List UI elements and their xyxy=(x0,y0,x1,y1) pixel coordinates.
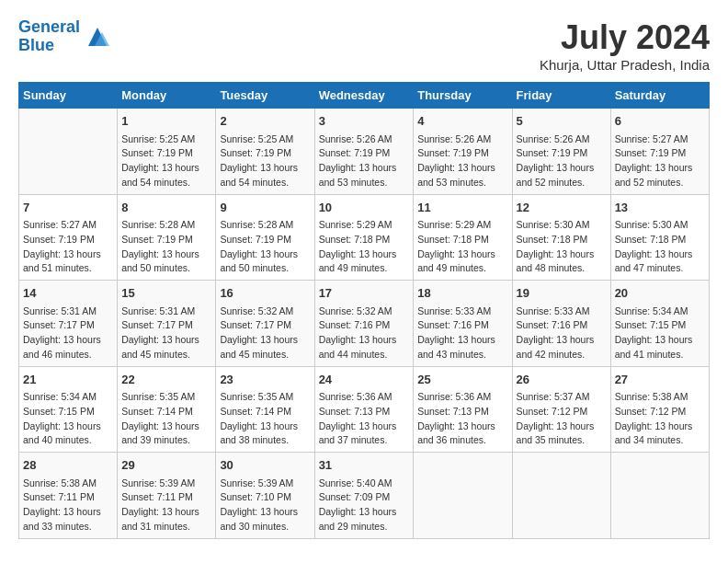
cell-info: Sunset: 7:10 PM xyxy=(220,490,310,505)
calendar-cell: 13Sunrise: 5:30 AMSunset: 7:18 PMDayligh… xyxy=(610,194,709,281)
cell-info: Sunset: 7:14 PM xyxy=(121,405,211,419)
column-header-sunday: Sunday xyxy=(19,83,118,109)
month-year: July 2024 xyxy=(540,18,710,57)
cell-info: and 53 minutes. xyxy=(417,176,507,190)
cell-info: Sunrise: 5:30 AM xyxy=(517,218,607,233)
day-number: 18 xyxy=(417,284,507,303)
cell-info: Sunset: 7:11 PM xyxy=(121,490,211,505)
calendar-cell: 4Sunrise: 5:26 AMSunset: 7:19 PMDaylight… xyxy=(414,109,512,195)
cell-info: Daylight: 13 hours xyxy=(220,333,310,348)
cell-info: Daylight: 13 hours xyxy=(121,247,211,262)
cell-info: Daylight: 13 hours xyxy=(615,419,705,434)
cell-info: Sunset: 7:11 PM xyxy=(23,490,113,505)
cell-info: Daylight: 13 hours xyxy=(319,247,410,262)
cell-info: Sunrise: 5:39 AM xyxy=(121,477,211,491)
calendar-cell: 24Sunrise: 5:36 AMSunset: 7:13 PMDayligh… xyxy=(314,366,414,453)
cell-info: Daylight: 13 hours xyxy=(121,419,211,434)
calendar-cell: 8Sunrise: 5:28 AMSunset: 7:19 PMDaylight… xyxy=(118,194,216,281)
cell-info: Daylight: 13 hours xyxy=(220,161,310,176)
calendar-cell: 25Sunrise: 5:36 AMSunset: 7:13 PMDayligh… xyxy=(414,366,512,453)
cell-info: and 50 minutes. xyxy=(121,261,211,276)
day-number: 13 xyxy=(615,199,705,217)
cell-info: and 51 minutes. xyxy=(23,261,113,276)
calendar-cell: 18Sunrise: 5:33 AMSunset: 7:16 PMDayligh… xyxy=(414,281,512,367)
day-number: 6 xyxy=(615,112,705,131)
cell-info: and 45 minutes. xyxy=(220,348,310,362)
cell-info: Sunrise: 5:26 AM xyxy=(319,132,410,147)
cell-info: Daylight: 13 hours xyxy=(517,247,607,262)
calendar-cell: 12Sunrise: 5:30 AMSunset: 7:18 PMDayligh… xyxy=(512,194,610,281)
column-header-thursday: Thursday xyxy=(414,83,512,109)
cell-info: and 54 minutes. xyxy=(220,176,310,190)
location: Khurja, Uttar Pradesh, India xyxy=(540,57,710,73)
cell-info: Daylight: 13 hours xyxy=(220,419,310,434)
cell-info: Daylight: 13 hours xyxy=(319,333,410,348)
day-number: 3 xyxy=(319,112,410,131)
cell-info: Daylight: 13 hours xyxy=(23,247,113,262)
calendar-cell: 17Sunrise: 5:32 AMSunset: 7:16 PMDayligh… xyxy=(314,281,414,367)
cell-info: Daylight: 13 hours xyxy=(23,505,113,520)
cell-info: Sunset: 7:18 PM xyxy=(517,233,607,247)
cell-info: Sunset: 7:18 PM xyxy=(615,233,705,247)
day-number: 9 xyxy=(220,199,310,217)
calendar-cell: 15Sunrise: 5:31 AMSunset: 7:17 PMDayligh… xyxy=(118,281,216,367)
cell-info: Sunrise: 5:36 AM xyxy=(417,390,507,405)
cell-info: Sunrise: 5:26 AM xyxy=(417,132,507,147)
cell-info: Daylight: 13 hours xyxy=(517,419,607,434)
cell-info: Sunset: 7:19 PM xyxy=(121,146,211,161)
calendar-cell: 7Sunrise: 5:27 AMSunset: 7:19 PMDaylight… xyxy=(19,194,118,281)
calendar-cell xyxy=(414,453,512,539)
cell-info: and 52 minutes. xyxy=(615,176,705,190)
cell-info: Sunset: 7:16 PM xyxy=(319,318,410,333)
calendar-cell: 3Sunrise: 5:26 AMSunset: 7:19 PMDaylight… xyxy=(314,109,414,195)
cell-info: Sunrise: 5:36 AM xyxy=(319,390,410,405)
cell-info: Sunrise: 5:33 AM xyxy=(517,304,607,319)
cell-info: Daylight: 13 hours xyxy=(615,247,705,262)
cell-info: Daylight: 13 hours xyxy=(319,505,410,520)
cell-info: Sunset: 7:16 PM xyxy=(517,318,607,333)
cell-info: and 33 minutes. xyxy=(23,520,113,534)
calendar-cell: 30Sunrise: 5:39 AMSunset: 7:10 PMDayligh… xyxy=(216,453,314,539)
cell-info: Sunrise: 5:28 AM xyxy=(220,218,310,233)
cell-info: and 29 minutes. xyxy=(319,520,410,534)
column-header-wednesday: Wednesday xyxy=(314,83,414,109)
cell-info: Sunrise: 5:35 AM xyxy=(220,390,310,405)
cell-info: Sunset: 7:19 PM xyxy=(517,146,607,161)
cell-info: Sunset: 7:12 PM xyxy=(615,405,705,419)
week-row: 28Sunrise: 5:38 AMSunset: 7:11 PMDayligh… xyxy=(19,453,710,539)
cell-info: Sunrise: 5:33 AM xyxy=(417,304,507,319)
calendar-table: SundayMondayTuesdayWednesdayThursdayFrid… xyxy=(18,82,710,539)
calendar-cell: 22Sunrise: 5:35 AMSunset: 7:14 PMDayligh… xyxy=(118,366,216,453)
day-number: 30 xyxy=(220,456,310,475)
cell-info: Sunrise: 5:31 AM xyxy=(23,304,113,319)
cell-info: and 30 minutes. xyxy=(220,520,310,534)
cell-info: Sunrise: 5:39 AM xyxy=(220,477,310,491)
cell-info: Daylight: 13 hours xyxy=(417,161,507,176)
day-number: 10 xyxy=(319,199,410,217)
cell-info: and 50 minutes. xyxy=(220,261,310,276)
cell-info: and 38 minutes. xyxy=(220,433,310,448)
cell-info: Sunrise: 5:37 AM xyxy=(517,390,607,405)
cell-info: Daylight: 13 hours xyxy=(517,333,607,348)
cell-info: Sunset: 7:13 PM xyxy=(417,405,507,419)
cell-info: Sunset: 7:19 PM xyxy=(23,233,113,247)
column-header-monday: Monday xyxy=(118,83,216,109)
day-number: 8 xyxy=(121,199,211,217)
calendar-cell xyxy=(19,109,118,195)
day-number: 22 xyxy=(121,371,211,389)
cell-info: Sunrise: 5:25 AM xyxy=(220,132,310,147)
cell-info: Sunset: 7:19 PM xyxy=(615,146,705,161)
cell-info: and 40 minutes. xyxy=(23,433,113,448)
cell-info: Daylight: 13 hours xyxy=(517,161,607,176)
calendar-cell: 21Sunrise: 5:34 AMSunset: 7:15 PMDayligh… xyxy=(19,366,118,453)
column-header-tuesday: Tuesday xyxy=(216,83,314,109)
cell-info: and 42 minutes. xyxy=(517,348,607,362)
cell-info: Sunrise: 5:29 AM xyxy=(417,218,507,233)
cell-info: Sunrise: 5:26 AM xyxy=(517,132,607,147)
cell-info: and 31 minutes. xyxy=(121,520,211,534)
cell-info: Sunrise: 5:32 AM xyxy=(319,304,410,319)
cell-info: and 44 minutes. xyxy=(319,348,410,362)
cell-info: Daylight: 13 hours xyxy=(615,161,705,176)
calendar-cell: 31Sunrise: 5:40 AMSunset: 7:09 PMDayligh… xyxy=(314,453,414,539)
calendar-cell: 2Sunrise: 5:25 AMSunset: 7:19 PMDaylight… xyxy=(216,109,314,195)
